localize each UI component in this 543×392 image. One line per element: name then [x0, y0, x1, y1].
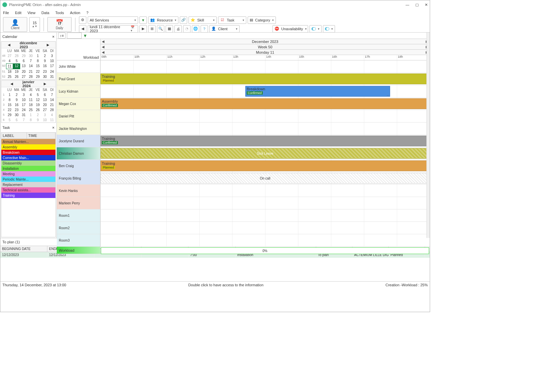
cal-day[interactable]: 1 [27, 112, 34, 117]
resource-row[interactable]: Jackie Washington [57, 122, 100, 135]
cal-day[interactable]: 28 [27, 74, 34, 79]
layers-icon[interactable]: ▦ [166, 25, 173, 33]
task-item[interactable]: Replacement [1, 182, 55, 187]
cal-day[interactable]: 13 [20, 63, 27, 69]
schedule-lane[interactable] [100, 185, 430, 197]
cal-day[interactable]: 2 [34, 112, 41, 117]
grid-icon[interactable]: ⊞ [148, 25, 156, 33]
cal-day[interactable]: 10 [48, 58, 55, 63]
schedule-bar[interactable]: TrainingPlanned... [100, 160, 430, 171]
cal-day[interactable]: 21 [27, 69, 34, 74]
grid-header[interactable]: BEGINNING DATE [0, 246, 47, 252]
date-picker[interactable]: lundi 11 décembre 2023 📅▾ [88, 25, 138, 33]
cal-prev-icon[interactable]: ◀ [1, 82, 23, 86]
cal-day[interactable]: 10 [41, 117, 48, 122]
task-item[interactable]: Corrective Main... [1, 155, 55, 160]
menu-action[interactable]: Action [70, 11, 80, 15]
schedule-lane[interactable] [100, 110, 430, 122]
schedule-bar[interactable]: TrainingPlanned... [100, 74, 430, 84]
client-dropdown[interactable]: 👤 Client▾ [209, 25, 240, 33]
toggle-1[interactable]: ▾ [309, 25, 322, 33]
resource-row[interactable]: Ben Craig [57, 160, 100, 172]
cal-day[interactable]: 30 [27, 53, 34, 58]
cal-day[interactable]: 9 [13, 97, 20, 102]
schedule-lane[interactable]: BreakdownConfirmed... [100, 85, 430, 98]
cal-day[interactable]: 29 [6, 112, 13, 117]
cal-day[interactable]: 8 [27, 117, 34, 122]
cal-day[interactable]: 22 [6, 107, 13, 112]
vertical-scrollbar[interactable] [426, 33, 430, 238]
daily-button[interactable]: 📅 Daily [47, 17, 72, 32]
cal-day[interactable]: 3 [48, 53, 55, 58]
cal-day[interactable]: 11 [6, 63, 13, 69]
task-item[interactable]: Meeting [1, 171, 55, 177]
cal-next-icon[interactable]: ▶ [37, 43, 59, 47]
cal-day[interactable]: 25 [27, 107, 34, 112]
cal-day[interactable]: 28 [13, 53, 20, 58]
cal-day[interactable]: 31 [20, 112, 27, 117]
menu-edit[interactable]: Edit [15, 11, 22, 15]
schedule-lanes[interactable]: TrainingPlanned...BreakdownConfirmed...A… [100, 60, 430, 247]
cal-day[interactable]: 7 [27, 58, 34, 63]
cal-day[interactable]: 7 [48, 92, 55, 97]
cal-day[interactable]: 6 [20, 58, 27, 63]
task-item[interactable]: Disassembly [1, 160, 55, 166]
toggle-2[interactable]: ▾ [323, 25, 335, 33]
nav-day[interactable]: ◀Monday 11▶ [100, 50, 430, 55]
minimize-icon[interactable]: — [406, 3, 409, 7]
cal-day[interactable]: 4 [48, 112, 55, 117]
menu-file[interactable]: File [3, 11, 9, 15]
menu-?[interactable]: ? [86, 11, 88, 15]
cal-day[interactable]: 28 [48, 107, 55, 112]
unavailability-dropdown[interactable]: ⛔ Unavailability▾ [273, 25, 308, 33]
cal-day[interactable]: 6 [41, 92, 48, 97]
schedule-lane[interactable]: TrainingPlanned... [100, 73, 430, 85]
task-item[interactable]: Training [1, 193, 55, 198]
cal-day[interactable]: 17 [48, 63, 55, 69]
resource-row[interactable]: Room2 [57, 222, 100, 234]
search-icon[interactable]: 🔍 [157, 25, 164, 33]
cal-day[interactable]: 24 [48, 69, 55, 74]
schedule-lane[interactable] [100, 60, 430, 73]
cal-day[interactable]: 5 [6, 117, 13, 122]
next-date-button[interactable]: ▶ [139, 25, 147, 33]
cal-day[interactable]: 23 [41, 69, 48, 74]
task-item[interactable]: Installation [1, 166, 55, 171]
cal-day[interactable]: 5 [13, 58, 20, 63]
cal-day[interactable]: 22 [34, 69, 41, 74]
cal-day[interactable]: 24 [20, 107, 27, 112]
settings-icon[interactable]: ⚙ [79, 16, 86, 24]
sort-icon[interactable]: ↕≡ [58, 33, 66, 39]
cal-day[interactable]: 12 [34, 97, 41, 102]
resource-row[interactable]: Daniel Pitt [57, 110, 100, 122]
cal-day[interactable]: 8 [34, 58, 41, 63]
cal-day[interactable]: 27 [41, 107, 48, 112]
mini-calendar[interactable]: ◀décembre 2023▶LUMAMEJEVESADI48272829301… [1, 41, 56, 80]
task-dropdown[interactable]: ☑ Task▾ [218, 16, 246, 24]
cal-day[interactable]: 27 [20, 74, 27, 79]
cal-day[interactable]: 31 [48, 74, 55, 79]
cal-day[interactable]: 3 [20, 92, 27, 97]
cal-day[interactable]: 23 [13, 107, 20, 112]
schedule-bar[interactable]: On call... [100, 173, 430, 184]
task-item[interactable]: Technical assista... [1, 187, 55, 193]
menu-tools[interactable]: Tools [55, 11, 64, 15]
resource-row[interactable]: Kevin Hanks [57, 185, 100, 197]
link-icon[interactable]: 🔗 [180, 16, 187, 24]
cal-day[interactable]: 18 [6, 69, 13, 74]
cal-day[interactable]: 29 [34, 74, 41, 79]
cal-day[interactable]: 12 [13, 63, 20, 69]
resource-row[interactable]: Room1 [57, 209, 100, 222]
globe-icon[interactable]: 🌐 [192, 25, 199, 33]
cal-day[interactable]: 10 [20, 97, 27, 102]
cal-day[interactable]: 26 [34, 107, 41, 112]
resource-row[interactable]: Christian Damon [57, 147, 100, 160]
cal-next-icon[interactable]: ▶ [34, 82, 56, 86]
cal-day[interactable]: 7 [20, 117, 27, 122]
cal-day[interactable]: 16 [41, 63, 48, 69]
print-icon[interactable]: 🖨 [174, 25, 182, 33]
cal-day[interactable]: 9 [34, 117, 41, 122]
cal-day[interactable]: 3 [41, 112, 48, 117]
cal-day[interactable]: 19 [34, 102, 41, 107]
task-item[interactable]: Annual Mainten... [1, 139, 55, 144]
